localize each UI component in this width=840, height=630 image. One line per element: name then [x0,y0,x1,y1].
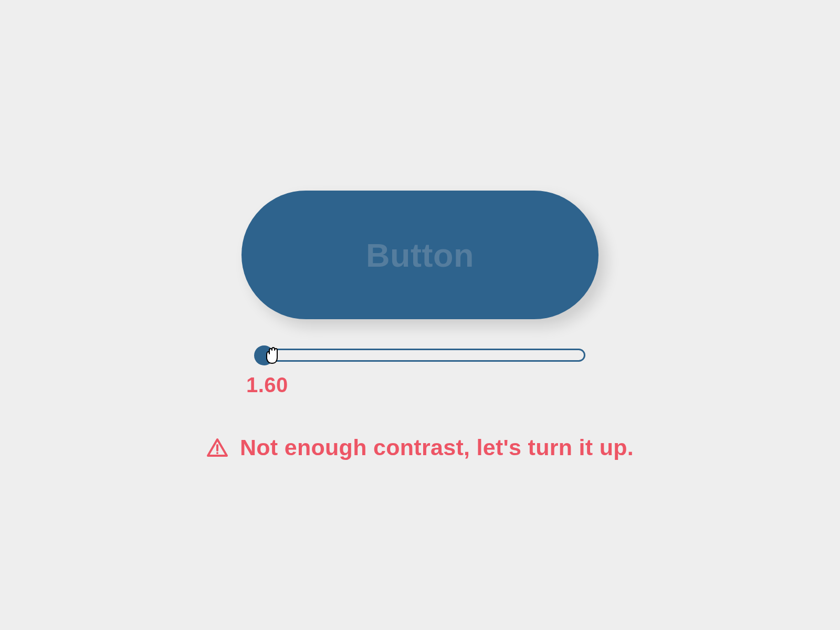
slider-thumb[interactable] [254,345,274,365]
sample-button-label: Button [366,236,474,274]
warning-triangle-icon [206,438,228,458]
warning-message-row: Not enough contrast, let's turn it up. [206,435,634,460]
contrast-slider[interactable]: 1.60 [255,349,585,397]
grab-cursor-icon [264,344,281,366]
sample-button[interactable]: Button [242,191,598,319]
slider-track[interactable] [255,349,585,362]
contrast-demo-container: Button 1.60 Not enough [206,191,634,460]
slider-value-label: 1.60 [246,373,585,397]
warning-message-text: Not enough contrast, let's turn it up. [240,435,634,460]
svg-point-1 [216,452,218,454]
